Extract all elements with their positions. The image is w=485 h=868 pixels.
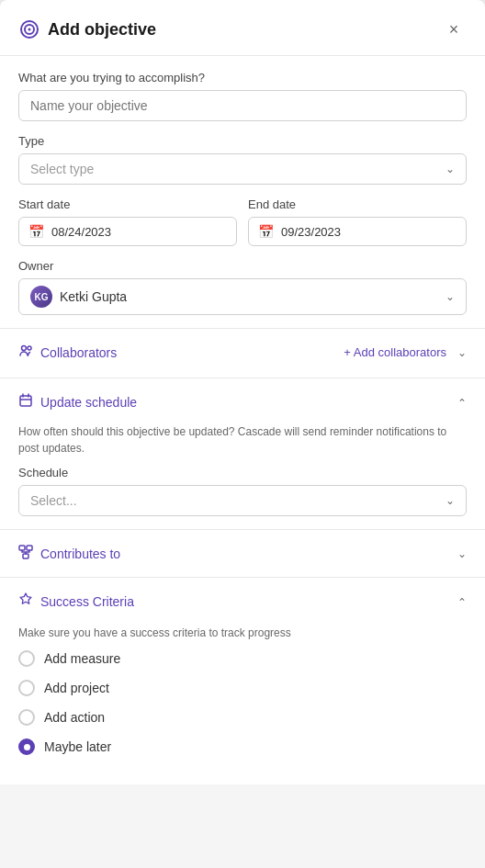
success-criteria-icon [18, 592, 33, 610]
radio-label-measure: Add measure [44, 651, 120, 666]
schedule-select[interactable]: Select... ⌄ [18, 485, 467, 516]
radio-circle-later [18, 738, 35, 755]
radio-circle-project [18, 680, 35, 696]
type-placeholder: Select type [30, 162, 94, 176]
avatar: KG [30, 286, 52, 308]
add-collaborators-button[interactable]: + Add collaborators [344, 345, 446, 359]
start-date-value: 08/24/2023 [51, 225, 111, 239]
modal-title-row: Add objective [18, 18, 156, 40]
start-calendar-icon: 📅 [28, 224, 44, 239]
start-date-label: Start date [18, 197, 237, 211]
success-criteria-left: Success Criteria [18, 592, 134, 610]
update-schedule-icon [18, 393, 33, 411]
end-date-label: End date [248, 197, 467, 211]
svg-point-2 [28, 28, 31, 31]
success-criteria-content: Make sure you have a success criteria to… [18, 614, 467, 770]
contributes-to-chevron-icon: ⌄ [457, 547, 467, 560]
collaborators-section: Collaborators + Add collaborators ⌄ [0, 328, 485, 365]
radio-label-project: Add project [44, 681, 109, 695]
radio-circle-action [18, 709, 35, 726]
collaborators-header[interactable]: Collaborators + Add collaborators ⌄ [18, 340, 467, 365]
update-schedule-left: Update schedule [18, 393, 137, 411]
success-criteria-title: Success Criteria [40, 594, 134, 609]
svg-point-4 [28, 346, 31, 350]
start-date-input[interactable]: 📅 08/24/2023 [18, 217, 237, 246]
contributes-to-section: Contributes to ⌄ [0, 529, 485, 577]
update-schedule-header[interactable]: Update schedule ⌄ [18, 389, 467, 414]
date-row: Start date 📅 08/24/2023 End date 📅 09/23… [18, 197, 467, 246]
update-schedule-content: How often should this objective be updat… [18, 414, 467, 520]
end-date-field: End date 📅 09/23/2023 [248, 197, 467, 246]
objective-question-label: What are you trying to accomplish? [18, 71, 467, 85]
close-button[interactable]: × [441, 17, 467, 42]
radio-item-project[interactable]: Add project [18, 680, 467, 696]
start-date-field: Start date 📅 08/24/2023 [18, 197, 237, 246]
schedule-label: Schedule [18, 466, 467, 479]
svg-point-3 [22, 346, 27, 351]
success-criteria-header[interactable]: Success Criteria ⌄ [18, 589, 467, 614]
update-schedule-title: Update schedule [40, 395, 137, 410]
update-schedule-chevron-icon: ⌄ [457, 396, 467, 409]
radio-label-later: Maybe later [44, 739, 111, 754]
modal-header: Add objective × [0, 0, 485, 56]
owner-name: Ketki Gupta [60, 289, 127, 304]
contributes-to-header[interactable]: Contributes to ⌄ [18, 541, 467, 566]
contributes-to-icon [18, 545, 33, 562]
collaborators-title: Collaborators [40, 345, 117, 360]
objective-icon [18, 18, 40, 40]
schedule-chevron-icon: ⌄ [446, 494, 455, 507]
end-date-value: 09/23/2023 [281, 225, 341, 239]
type-chevron-icon: ⌄ [446, 163, 455, 175]
radio-circle-measure [18, 650, 35, 667]
success-criteria-chevron-icon: ⌄ [457, 595, 467, 608]
collaborators-right: + Add collaborators ⌄ [344, 345, 467, 359]
type-select[interactable]: Select type ⌄ [18, 153, 467, 185]
owner-left: KG Ketki Gupta [30, 286, 127, 308]
radio-label-action: Add action [44, 710, 105, 725]
type-field: Type Select type ⌄ [18, 134, 467, 185]
collaborators-chevron-icon: ⌄ [457, 346, 467, 359]
success-criteria-section: Success Criteria ⌄ Make sure you have a … [0, 577, 485, 770]
objective-name-field: What are you trying to accomplish? [18, 71, 467, 121]
schedule-placeholder: Select... [30, 493, 77, 508]
update-schedule-section: Update schedule ⌄ How often should this … [0, 378, 485, 520]
objective-name-input[interactable] [18, 90, 467, 121]
radio-item-measure[interactable]: Add measure [18, 650, 467, 667]
success-criteria-description: Make sure you have a success criteria to… [18, 626, 467, 639]
update-schedule-description: How often should this objective be updat… [18, 423, 467, 457]
collaborators-left: Collaborators [18, 344, 117, 361]
modal-title: Add objective [48, 20, 156, 39]
end-calendar-icon: 📅 [258, 224, 274, 239]
end-date-input[interactable]: 📅 09/23/2023 [248, 217, 467, 246]
owner-chevron-icon: ⌄ [446, 290, 455, 303]
owner-field: Owner KG Ketki Gupta ⌄ [18, 259, 467, 315]
add-objective-modal: Add objective × What are you trying to a… [0, 0, 485, 868]
contributes-to-title: Contributes to [40, 547, 120, 561]
contributes-to-left: Contributes to [18, 545, 120, 562]
radio-item-later[interactable]: Maybe later [18, 738, 467, 755]
footer-gray-area [0, 784, 485, 868]
modal-body: What are you trying to accomplish? Type … [0, 56, 485, 784]
collaborators-icon [18, 344, 33, 361]
success-criteria-options: Add measureAdd projectAdd actionMaybe la… [18, 650, 467, 766]
type-label: Type [18, 134, 467, 148]
svg-rect-5 [20, 396, 31, 406]
owner-label: Owner [18, 259, 467, 273]
owner-select[interactable]: KG Ketki Gupta ⌄ [18, 278, 467, 315]
radio-item-action[interactable]: Add action [18, 709, 467, 726]
